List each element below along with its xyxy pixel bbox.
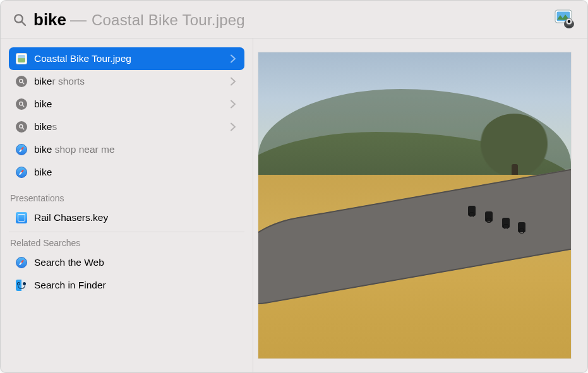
file-row[interactable]: Rail Chasers.key (9, 206, 244, 229)
svg-line-13 (22, 127, 23, 129)
keynote-file-icon (15, 211, 28, 224)
image-file-icon (15, 52, 28, 65)
chevron-right-icon (228, 122, 238, 132)
search-icon (15, 121, 28, 133)
safari-icon (15, 256, 28, 269)
preview-pane (253, 38, 587, 372)
suggestion-label: bikes (34, 121, 228, 133)
search-web-row[interactable]: Search the Web (9, 251, 244, 274)
section-header-presentations: Presentations (9, 187, 244, 206)
suggestion-row[interactable]: bike (9, 93, 244, 115)
search-icon (15, 75, 28, 88)
search-icon (15, 98, 28, 110)
chevron-right-icon (228, 54, 238, 64)
svg-line-11 (22, 105, 23, 106)
search-term: bike (33, 11, 66, 28)
suggestion-label: biker shorts (34, 76, 228, 87)
search-finder-row[interactable]: Search in Finder (9, 274, 244, 297)
suggestion-row[interactable]: biker shorts (9, 70, 244, 93)
suggestion-label: bike shop near me (34, 144, 238, 155)
separator: — (70, 11, 87, 28)
preview-app-icon (554, 8, 577, 31)
content-area: Coastal Bike Tour.jpeg biker shorts bike… (1, 38, 587, 372)
safari-icon (15, 166, 28, 179)
suggestion-row[interactable]: bike (9, 161, 244, 184)
finder-icon (15, 279, 28, 292)
suggestion-label: bike (34, 98, 228, 110)
results-sidebar: Coastal Bike Tour.jpeg biker shorts bike… (1, 38, 253, 372)
section-header-related: Related Searches (9, 232, 244, 251)
search-input[interactable]: bike — Coastal Bike Tour.jpeg (33, 11, 554, 28)
svg-rect-7 (567, 26, 572, 28)
search-completion: Coastal Bike Tour.jpeg (92, 13, 245, 28)
search-finder-label: Search in Finder (34, 280, 238, 291)
spotlight-window: bike — Coastal Bike Tour.jpeg Coastal (0, 0, 588, 373)
chevron-right-icon (228, 99, 238, 109)
svg-line-1 (21, 21, 25, 25)
preview-image (258, 52, 571, 358)
search-icon (12, 12, 27, 27)
safari-icon (15, 143, 28, 156)
file-label: Rail Chasers.key (34, 212, 238, 223)
svg-point-6 (568, 20, 571, 23)
svg-line-9 (22, 82, 23, 83)
suggestion-row[interactable]: bike shop near me (9, 138, 244, 161)
search-bar[interactable]: bike — Coastal Bike Tour.jpeg (1, 1, 587, 38)
suggestion-label: bike (34, 167, 238, 178)
top-hit-label: Coastal Bike Tour.jpeg (34, 53, 228, 64)
suggestion-row[interactable]: bikes (9, 115, 244, 138)
top-hit-row[interactable]: Coastal Bike Tour.jpeg (9, 47, 244, 70)
chevron-right-icon (228, 76, 238, 86)
search-web-label: Search the Web (34, 257, 238, 268)
